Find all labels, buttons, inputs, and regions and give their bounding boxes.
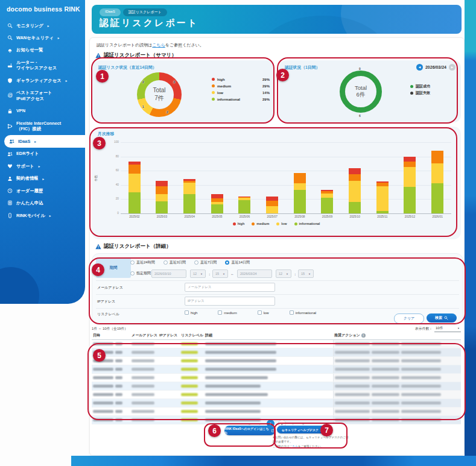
sidebar-item-wan-security[interactable]: WANセキュリティ▸ [0,31,85,43]
info-icon[interactable]: i [361,333,366,338]
helpdesk-note-link[interactable]: こちら [290,445,298,448]
bar-segment-medium [431,151,443,163]
ip-input[interactable]: IPアドレス [185,297,275,306]
stacked-bar[interactable] [156,181,168,213]
table-row[interactable] [92,408,461,416]
total-value: 6件 [357,91,366,99]
custom-period-radio[interactable]: 指定期間 [130,271,151,276]
table-row[interactable] [92,382,461,391]
risk-checkbox-low[interactable]: low [258,310,269,315]
right-edge-decoration [465,0,476,466]
hour-from-select[interactable]: 12▼ [190,269,206,278]
sidebar-item-support[interactable]: サポート▸ [0,160,85,172]
sidebar-item-idaas[interactable]: IDaaS▸ [4,135,85,147]
risk-level-options: highmediumlowinformational [185,310,316,315]
bar-segment-informational [431,183,443,213]
table-row[interactable] [92,348,461,357]
period-radio[interactable]: 直近3日間 [163,260,186,265]
stacked-bar[interactable] [211,194,223,213]
x-tick-label: 2025/07 [258,215,286,218]
sidebar-item-contractor-info[interactable]: 契約者情報▸ [0,172,85,184]
redacted-text [205,393,268,396]
sidebar-item-notices[interactable]: お知らせ一覧 [0,44,85,56]
chevron-right-icon: ▸ [42,177,44,181]
sidebar-item-rink-mobile[interactable]: RINKモバイル▸ [0,209,85,221]
sidebar-item-best-effort-ipoe[interactable]: @ベストエフォートIPoEアクセス [0,87,85,105]
x-tick-label: 2025/05 [203,215,231,218]
bar-segment-low [431,163,443,183]
clear-button[interactable]: クリア [394,313,424,324]
search-button[interactable]: 検索 [427,313,457,323]
x-tick-label: 2025/08 [286,215,314,218]
sidebar-item-edr-light[interactable]: EDRライト [0,148,85,160]
sidebar-item-label: サポート [16,163,34,169]
hour-to-select[interactable]: 12▼ [276,269,291,278]
total-label: Total [153,87,165,93]
bar-segment-high [211,194,223,198]
chevron-right-icon: ▸ [39,164,40,168]
x-tick-label: 2025/04 [176,215,203,218]
sidebar-item-monitoring[interactable]: モニタリング▸ [0,19,85,31]
prev-day-button[interactable]: ◀ [416,64,423,71]
stacked-bar[interactable] [431,151,443,213]
warning-triangle-icon [95,244,101,250]
stacked-bar[interactable] [294,173,306,213]
minute-to-select[interactable]: 15▼ [298,269,314,278]
stacked-bar[interactable] [183,179,195,213]
breadcrumb-idaas[interactable]: IDaaS [100,8,121,16]
redacted-text [93,410,113,413]
checkbox-icon [258,310,262,315]
stacked-bar[interactable] [321,190,333,213]
table-cell-redacted [333,340,461,348]
legend-label: informational [299,222,320,225]
intro-help-link[interactable]: こちら [152,43,165,47]
table-row[interactable] [92,365,461,374]
period-radio[interactable]: 直近14日間 [225,260,250,265]
minute-from-select[interactable]: 15▼ [212,269,228,278]
stacked-bar[interactable] [404,157,416,213]
email-input[interactable]: メールアドレス [185,283,275,292]
risk-checkbox-informational[interactable]: informational [290,310,316,315]
warning-triangle-icon [95,52,101,58]
stacked-bar[interactable] [129,162,141,213]
checkbox-icon [185,310,189,315]
table-cell-redacted [158,365,180,373]
date-from-input[interactable]: 2026/03/10 [151,269,186,278]
legend-dot [410,92,413,95]
bar-group [424,151,451,213]
redacted-text [181,410,198,413]
stacked-bar[interactable] [238,197,250,213]
bar-segment-low [266,206,278,213]
sidebar-item-guarantee-access[interactable]: ギャランティアクセス▸ [0,74,85,86]
date-to-input[interactable]: 2026/03/24 [237,269,272,278]
sidebar-item-easy-apply[interactable]: かんたん申込 [0,197,85,209]
per-page-label: 表示件数： [415,326,433,332]
table-row[interactable] [92,399,461,408]
table-row[interactable] [92,357,461,365]
x-tick-label: 2025/11 [369,215,396,218]
stacked-bar[interactable] [349,168,361,213]
period-radio[interactable]: 直近7日間 [194,260,217,265]
stacked-bar[interactable] [266,197,278,213]
sidebar-item-order-history[interactable]: オーダー履歴 [0,184,85,197]
table-row[interactable] [92,374,461,382]
redacted-text [115,342,122,345]
checkbox-icon [290,310,294,315]
sidebar-item-label: VPN [16,108,25,113]
magnifier-icon [7,23,13,28]
redacted-text [335,410,370,413]
redacted-text [181,342,198,345]
table-cell-redacted [180,357,204,365]
sidebar-item-router-wireless[interactable]: ルーター・ワイヤレスアクセス [0,56,85,74]
period-radio[interactable]: 直近24時間 [130,260,155,265]
stacked-bar[interactable] [376,181,389,213]
sidebar-item-fic[interactable]: Flexible InterConnect（FIC）接続 [0,117,85,135]
risk-checkbox-high[interactable]: high [185,310,197,315]
next-day-button[interactable]: ▶ [449,64,455,71]
bar-segment-medium [349,174,361,181]
table-row[interactable] [92,391,461,399]
table-row[interactable] [92,340,461,348]
sidebar-item-vpn[interactable]: VPN [0,105,85,117]
risk-checkbox-medium[interactable]: medium [218,310,236,315]
rink-idaas-login-button[interactable]: RINK IDaaSへのログインはこちら [224,426,275,435]
